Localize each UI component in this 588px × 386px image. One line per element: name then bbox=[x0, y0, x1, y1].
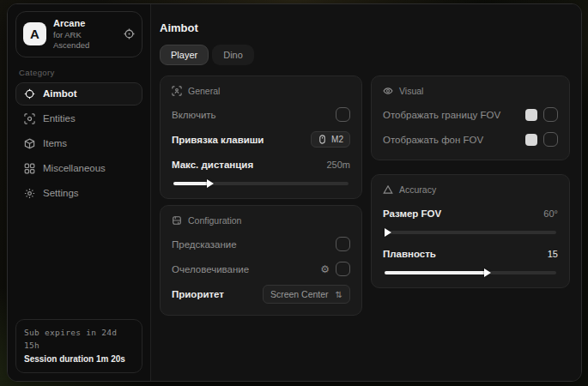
sidebar-item-label: Aimbot bbox=[43, 88, 77, 99]
tab-player[interactable]: Player bbox=[160, 45, 209, 65]
sidebar: A Arcane for ARK Ascended Category bbox=[8, 4, 151, 381]
sidebar-item-settings[interactable]: Settings bbox=[15, 182, 142, 205]
scan-person-icon bbox=[172, 86, 182, 96]
keybind-value: M2 bbox=[331, 135, 343, 144]
unfold-arrows-icon: ⇅ bbox=[336, 290, 342, 299]
fov-background-label: Отображать фон FOV bbox=[383, 135, 483, 145]
smoothness-slider[interactable] bbox=[385, 271, 556, 274]
fov-border-checkbox[interactable] bbox=[543, 107, 558, 122]
sub-expires-text: Sub expires in 24d 15h bbox=[24, 327, 134, 352]
fov-size-value: 60° bbox=[543, 208, 558, 219]
panel-accuracy: Accuracy Размер FOV 60° Плавность 15 bbox=[371, 174, 570, 288]
app-title-block: Arcane for ARK Ascended bbox=[53, 18, 117, 51]
panel-title: Visual bbox=[399, 86, 423, 96]
enable-label: Включить bbox=[172, 110, 216, 120]
priority-label: Приоритет bbox=[172, 289, 224, 299]
priority-dropdown[interactable]: Screen Center ⇅ bbox=[263, 285, 350, 304]
slider-fill bbox=[173, 182, 209, 185]
sidebar-spacer bbox=[15, 205, 142, 320]
fov-background-color-swatch[interactable] bbox=[525, 134, 537, 146]
main-content: Aimbot Player Dino General bbox=[151, 4, 581, 381]
page-title: Aimbot bbox=[160, 21, 570, 34]
tab-dino[interactable]: Dino bbox=[212, 45, 254, 65]
slider-fill bbox=[385, 271, 486, 274]
crosshair-icon bbox=[23, 88, 35, 100]
priority-selected-value: Screen Center bbox=[270, 289, 329, 299]
prediction-checkbox[interactable] bbox=[336, 237, 350, 251]
app-window: A Arcane for ARK Ascended Category bbox=[7, 3, 582, 382]
sidebar-item-aimbot[interactable]: Aimbot bbox=[15, 82, 142, 106]
app-name: Arcane bbox=[53, 18, 117, 30]
sidebar-item-label: Items bbox=[43, 138, 67, 148]
logo-card: A Arcane for ARK Ascended bbox=[15, 11, 142, 57]
sidebar-item-label: Settings bbox=[43, 188, 79, 198]
eye-icon bbox=[383, 86, 393, 96]
target-icon[interactable] bbox=[124, 28, 135, 39]
keybind-label: Привязка клавиши bbox=[172, 135, 264, 145]
humanization-checkbox[interactable] bbox=[336, 262, 350, 276]
fov-border-label: Отображать границу FOV bbox=[383, 110, 500, 120]
app-logo: A bbox=[23, 22, 46, 45]
smoothness-label: Плавность bbox=[383, 249, 436, 259]
max-distance-value: 250m bbox=[326, 160, 350, 170]
humanization-settings-icon[interactable]: ⚙ bbox=[320, 264, 330, 274]
box-icon bbox=[23, 138, 35, 149]
smoothness-value: 15 bbox=[548, 249, 558, 259]
tune-icon bbox=[172, 215, 182, 226]
panel-title: General bbox=[188, 86, 220, 96]
humanization-label: Очеловечивание bbox=[172, 264, 249, 274]
sidebar-nav: Aimbot Entities Items bbox=[15, 82, 142, 205]
fov-size-slider[interactable] bbox=[385, 231, 556, 234]
sidebar-item-miscellaneous[interactable]: Miscellaneous bbox=[15, 157, 142, 180]
fov-background-checkbox[interactable] bbox=[543, 132, 558, 147]
sidebar-item-label: Miscellaneous bbox=[43, 163, 106, 173]
panel-title: Configuration bbox=[188, 215, 241, 226]
panel-visual: Visual Отображать границу FOV Отображать… bbox=[371, 75, 570, 160]
slider-fill bbox=[385, 231, 386, 234]
sidebar-item-label: Entities bbox=[43, 113, 76, 124]
gear-icon bbox=[23, 188, 35, 199]
mouse-icon bbox=[318, 135, 327, 144]
tab-bar: Player Dino bbox=[160, 45, 570, 65]
panel-title: Accuracy bbox=[399, 184, 436, 195]
grid-icon bbox=[23, 163, 35, 174]
panel-configuration: Configuration Предсказание Очеловечивани… bbox=[160, 205, 362, 316]
keybind-button[interactable]: M2 bbox=[311, 131, 350, 148]
session-duration-text: Session duration 1m 20s bbox=[24, 353, 134, 366]
max-distance-slider[interactable] bbox=[173, 182, 349, 185]
fov-border-color-swatch[interactable] bbox=[525, 109, 537, 121]
enable-checkbox[interactable] bbox=[336, 107, 350, 122]
max-distance-label: Макс. дистанция bbox=[172, 160, 253, 170]
fov-size-label: Размер FOV bbox=[383, 208, 441, 219]
panel-general: General Включить Привязка клавиши bbox=[160, 75, 362, 199]
scan-icon bbox=[23, 113, 35, 124]
sidebar-item-items[interactable]: Items bbox=[15, 132, 142, 155]
triangle-icon bbox=[383, 184, 393, 195]
app-subtitle: for ARK Ascended bbox=[53, 30, 117, 51]
sidebar-item-entities[interactable]: Entities bbox=[15, 107, 142, 130]
session-info-card: Sub expires in 24d 15h Session duration … bbox=[15, 319, 142, 373]
prediction-label: Предсказание bbox=[172, 239, 237, 250]
category-label: Category bbox=[19, 68, 139, 77]
